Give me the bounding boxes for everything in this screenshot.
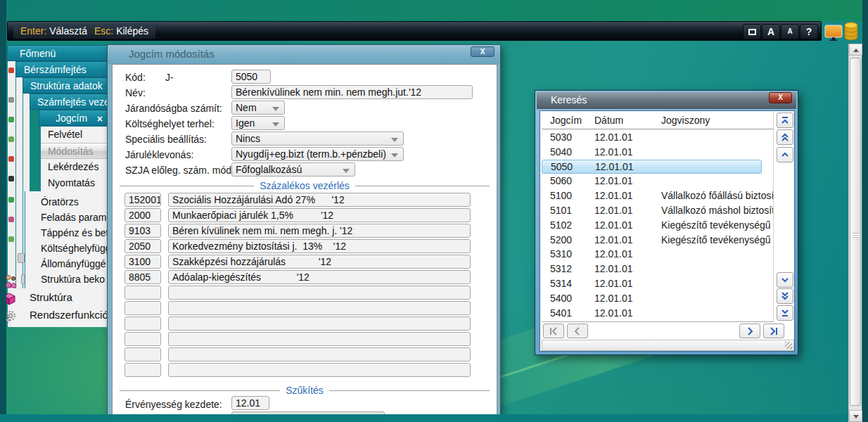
font-large-button[interactable]: A <box>762 24 780 39</box>
koltseghely-label: Költséghelyet terhel: <box>125 117 215 131</box>
close-button[interactable]: X <box>769 92 792 103</box>
percent-code-input[interactable]: 3100 <box>125 255 161 269</box>
percent-code-input[interactable] <box>125 347 161 362</box>
menu-item-struktura[interactable]: Struktúra <box>13 288 108 306</box>
scroll-row-up-button[interactable] <box>777 147 793 162</box>
cell-jogviszony: Vállalkozó főállású biztosítá <box>661 188 773 203</box>
menu-item-allomanyfuggo[interactable]: Állományfüggé <box>25 256 108 271</box>
jarandosag-select[interactable]: Nem <box>231 101 285 115</box>
table-row[interactable]: 5401 12.01.01 <box>542 306 773 321</box>
jarulek-label: Járuléklevonás: <box>125 148 193 162</box>
table-row[interactable]: 5030 12.01.01 <box>542 130 773 145</box>
database-icon[interactable] <box>843 22 859 44</box>
percent-name-input[interactable] <box>168 316 471 331</box>
menu-item-koltseghelyfuggo[interactable]: Költséghelyfügg <box>25 241 108 256</box>
search-titlebar[interactable]: Keresés <box>537 92 796 109</box>
jarulek-select[interactable]: Nyugdíj+eg.bizt (term.b.+pénzbeli) <box>231 147 404 161</box>
percent-name-input[interactable] <box>168 363 471 377</box>
kod-input[interactable]: 5050 <box>231 70 271 84</box>
window-button[interactable] <box>743 24 761 39</box>
percent-name-input[interactable]: Adóalap-kiegészítés '12 <box>168 270 471 284</box>
menu-bar-szamfejtes-vezerles[interactable]: Számfejtés vezérl <box>30 94 108 110</box>
vertical-scrollbar[interactable] <box>848 44 862 422</box>
chevron-down-bar-icon <box>780 308 790 318</box>
prev-page-button[interactable] <box>567 324 588 338</box>
percent-code-input[interactable] <box>125 301 161 315</box>
menu-item-oratorzs[interactable]: Óratörzs <box>25 194 108 210</box>
koltseghely-select[interactable]: Igen <box>231 116 285 130</box>
close-button[interactable]: X <box>471 46 494 57</box>
font-small-button[interactable]: A <box>781 24 799 39</box>
scrollbar-thumb[interactable] <box>850 58 861 406</box>
table-row-selected[interactable]: 5050 12.01.01 <box>542 160 762 174</box>
percent-code-input[interactable]: 2050 <box>125 239 161 253</box>
scroll-first-button[interactable] <box>777 113 793 128</box>
percent-name-input[interactable] <box>168 332 471 346</box>
menu-bar-struktura-adatok[interactable]: Struktúra adatok <box>23 77 108 94</box>
column-header-jogviszony[interactable]: Jogviszony <box>661 113 773 129</box>
menu-bar-berszamfejtes[interactable]: Bérszámfejtés <box>15 61 108 77</box>
dialog-body: Kód: J- 5050 Név: Bérenkívülinek nem min… <box>112 64 497 421</box>
percent-name-input[interactable]: Munkaerőpiaci járulék 1,5% '12 <box>168 208 471 222</box>
percent-code-input[interactable]: 152001 <box>125 193 161 207</box>
scroll-down-button[interactable] <box>849 410 862 422</box>
monitor-icon[interactable] <box>824 25 843 44</box>
menu-item-tappenz[interactable]: Táppénz és bet <box>25 225 108 241</box>
percent-name-input[interactable] <box>168 286 471 300</box>
menu-item-nyomtatas[interactable]: Nyomtatás <box>41 175 107 191</box>
column-header-jogcim[interactable]: Jogcím <box>542 113 594 129</box>
scroll-up-button[interactable] <box>849 44 862 56</box>
validity-input[interactable]: 12.01 <box>231 396 269 410</box>
percent-name-input[interactable]: Szakképzési hozzájárulás '12 <box>168 255 471 269</box>
last-page-button[interactable] <box>763 324 784 338</box>
percent-name-input[interactable]: Szociális Hozzájárulási Adó 27% '12 <box>168 193 471 207</box>
percent-name-input[interactable]: Korkedvezmény biztosítási j. 13% '12 <box>168 239 471 253</box>
next-page-button[interactable] <box>739 324 760 338</box>
dialog-titlebar[interactable]: Jogcím módosítás <box>108 45 500 64</box>
first-page-button[interactable] <box>543 324 564 338</box>
percent-code-input[interactable] <box>125 363 161 377</box>
table-row[interactable]: 5102 12.01.01 Kiegészítő tevékenységű vá <box>542 218 773 233</box>
table-row[interactable]: 5101 12.01.01 Vállalkozó máshol biztosít… <box>542 203 773 218</box>
table-row[interactable]: 5400 12.01.01 <box>542 291 773 306</box>
scroll-last-button[interactable] <box>777 305 793 321</box>
menu-item-feladas-parameterek[interactable]: Feladás paramé <box>25 210 108 225</box>
menu-bar-fomenu[interactable]: Főmenü <box>7 45 108 61</box>
scroll-row-down-button[interactable] <box>777 272 793 288</box>
percent-name-input[interactable] <box>168 301 471 315</box>
table-row[interactable]: 5200 12.01.01 Kiegészítő tevékenységű ta… <box>542 233 773 248</box>
table-row[interactable]: 5060 12.01.01 <box>542 174 773 188</box>
menu-bar-jogcim[interactable]: Jogcím × <box>39 110 108 126</box>
scroll-page-down-button[interactable] <box>777 288 793 304</box>
table-row[interactable]: 5040 12.01.01 <box>542 145 773 160</box>
table-row[interactable]: 5314 12.01.01 <box>542 276 773 291</box>
menu-item-felvetel[interactable]: Felvétel <box>41 127 107 143</box>
menu-item-lekerdezes[interactable]: Lekérdezés <box>41 159 107 175</box>
percent-code-input[interactable]: 2000 <box>125 208 161 222</box>
close-icon: X <box>778 94 783 101</box>
percent-code-input[interactable]: 8805 <box>125 270 161 284</box>
nev-input[interactable]: Bérenkívülinek nem min. nem megh.jut.'12 <box>231 85 473 99</box>
hint-esc-label: Kilépés <box>116 25 148 37</box>
percent-code-input[interactable]: 9103 <box>125 224 161 238</box>
close-icon[interactable]: × <box>97 111 103 126</box>
menu-item-modositas[interactable]: Módosítás <box>41 143 107 159</box>
mini-icon <box>8 117 14 122</box>
percent-code-input[interactable] <box>125 316 161 331</box>
cell-jogcim: 5400 <box>542 291 594 306</box>
percent-name-input[interactable] <box>168 347 471 362</box>
percent-code-input[interactable] <box>125 286 161 300</box>
percent-code-input[interactable] <box>125 332 161 346</box>
specialis-select[interactable]: Nincs <box>231 132 404 146</box>
table-row[interactable]: 5100 12.01.01 Vállalkozó főállású biztos… <box>542 188 773 203</box>
szja-select[interactable]: Főfoglalkozású <box>231 162 355 177</box>
menu-item-struktura-bekotes[interactable]: Struktúra beko <box>25 271 108 287</box>
help-button[interactable]: ? <box>800 24 818 39</box>
table-row[interactable]: 5310 12.01.01 <box>542 247 773 262</box>
scroll-page-up-button[interactable] <box>777 129 793 145</box>
percent-name-input[interactable]: Béren kívülinek nem mi. nem megh. j. '12 <box>168 224 471 238</box>
menu-item-rendszerfunkciok[interactable]: Rendszerfunkciók <box>13 306 108 324</box>
table-row[interactable]: 5312 12.01.01 <box>542 262 773 276</box>
column-header-datum[interactable]: Dátum <box>594 113 661 129</box>
resize-grip-icon[interactable] <box>785 342 792 349</box>
